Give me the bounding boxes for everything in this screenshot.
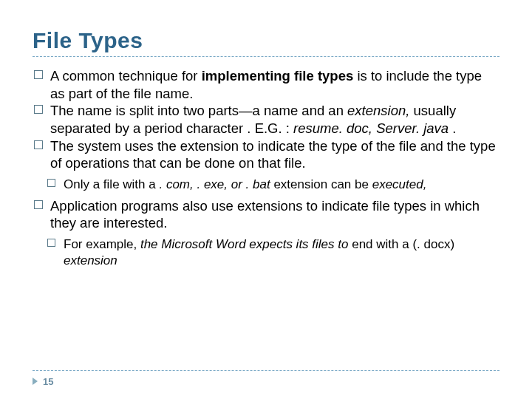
footer-divider (33, 370, 499, 371)
bullet-box-icon (47, 179, 55, 187)
bullet-item: The system uses the extension to indicat… (33, 137, 499, 172)
text-italic: extension (64, 253, 117, 267)
bullet-box-icon (34, 105, 43, 114)
text: Only a file with a (64, 177, 159, 191)
text-italic: the Microsoft Word expects its files to (140, 237, 349, 251)
bullet-box-icon (34, 140, 43, 149)
text: end with a (. docx) (348, 237, 454, 251)
text: A common technique for (50, 68, 202, 83)
sub-bullet-item: Only a file with a . com, . exe, or . ba… (33, 177, 499, 193)
text: Application (50, 198, 117, 214)
bullet-item: The name is split into two parts—a name … (33, 102, 499, 137)
text-italic: . com, . exe, or . bat (159, 177, 270, 191)
bullet-box-icon (47, 239, 55, 247)
content-area: A common technique for implementing file… (33, 67, 499, 269)
bullet-box-icon (34, 70, 43, 79)
slide-title: File Types (33, 28, 499, 53)
bullet-box-icon (34, 200, 43, 209)
text: type of the file (332, 138, 417, 154)
text: The name is split into two parts—a name … (50, 103, 347, 118)
page-number: 15 (43, 376, 53, 387)
text: For example, (64, 237, 140, 251)
text-italic: resume. doc, Server. java (293, 120, 449, 136)
text-bold: implementing file types (202, 68, 354, 83)
title-divider (33, 56, 499, 57)
bullet-item: A common technique for implementing file… (33, 67, 499, 102)
sub-bullet-item: For example, the Microsoft Word expects … (33, 236, 499, 269)
text-italic: extension, (347, 103, 409, 118)
page-arrow-icon (33, 378, 38, 385)
text: The system uses the extension to indicat… (50, 138, 332, 154)
text: . (449, 120, 456, 136)
bullet-item: Application programs also use extensions… (33, 197, 499, 232)
text: that can be done on that file. (129, 155, 306, 171)
text: extension can be (270, 177, 372, 191)
text: and (417, 138, 447, 154)
text-italic: executed, (372, 177, 427, 191)
slide: File Types A common technique for implem… (0, 0, 532, 399)
